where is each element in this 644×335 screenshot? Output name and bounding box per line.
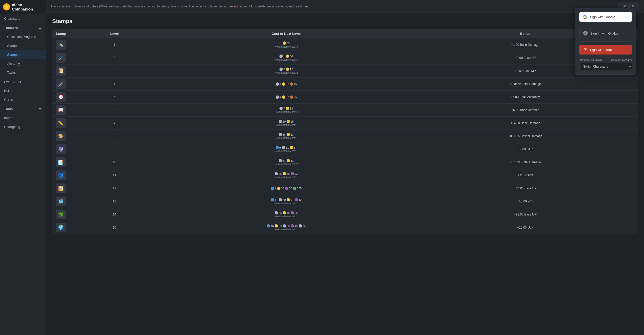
sidebar-item-changelog[interactable]: Changelog [0,122,46,131]
coin-icon [291,224,294,228]
sidebar-item-builds[interactable]: Builds [0,86,46,95]
stamp-bonus: +15.00 LUK [413,221,638,234]
stamp-cost: 49715 [160,78,413,91]
stamp-icon-cell: 📖 [52,104,70,117]
coin-icon [279,107,283,110]
stamp-level: 1 [70,38,160,51]
coin-icon [290,95,293,99]
next-material-cost: Next material cost: 1 [162,124,410,126]
sidebar-item-cards[interactable]: Cards [0,95,46,104]
next-material-cost: Next material cost: 4 [162,45,410,48]
table-row: 🎯549725+5.00 Base Accuracy [52,91,638,104]
cost-chip: 93 [291,172,298,175]
coin-amount: 2 [283,68,285,71]
next-material-cost: Next material cost: 2 [162,163,410,166]
stamp-level: 15 [70,221,160,234]
stamp-bonus: +11.00 AGI [413,169,638,182]
stamp-icon-cell: 🎨 [52,130,70,143]
cost-chip: 91 [287,198,293,201]
stamp-cost: 11209142Next material cost: 1 [160,195,413,208]
switch-characters-select[interactable]: Switch Characters [579,63,632,70]
account-level-text: Account Level: 0 [611,58,632,61]
sidebar-item-characters[interactable]: Characters [0,14,46,23]
coin-icon [287,120,290,123]
next-material-cost: Next material cost: 3 [162,58,410,61]
table-row: 🖌️2134Next material cost: 3+2.00 Base HP [52,51,638,64]
coin-icon [275,224,278,228]
table-row: 🎨88623Next material cost: 1+0.08 % Criti… [52,130,638,143]
sidebar-item-alchemy[interactable]: Alchemy [0,59,46,68]
app-logo-icon: 🌟 [4,5,9,9]
next-material-cost: Next material cost: 1 [162,202,410,205]
cost-chip: 67 [279,159,286,162]
content-area: Stamps Stamp Level Cost to Next Level Bo… [46,13,644,335]
stamp-bonus: +0.10 % Total Damage [413,156,638,169]
stamp-icon-cell: 🌿 [52,208,70,221]
stamp-level: 7 [70,117,160,130]
coin-amount: 20 [283,198,286,201]
coin-amount: 11 [286,146,289,149]
stamp-cost: 1659604534Next material cost: 1 [160,221,413,234]
sidebar-item-collection-progress[interactable]: Collection Progress [0,32,46,41]
signin-divider-1 [579,25,632,25]
sidebar-item-label: Alchemy [7,62,20,66]
sidebar-item-label: Stamps [7,53,18,57]
coin-icon [299,224,302,228]
sidebar-item-tasks[interactable]: Tasks [0,68,46,77]
stamp-icon-cell: 🗡️ [52,78,70,91]
stamp-bonus: +6.00 Base Defence [413,104,638,117]
stamp-icon-cell: 🖌️ [52,51,70,64]
coin-amount: 7 [283,107,285,110]
cost-chip: 83 [283,41,290,45]
coin-icon [285,187,288,190]
sidebar-item-label: Tasks [7,71,16,74]
stamp-bonus: +24.00 Base HP [413,182,638,195]
sidebar-item-stamps[interactable]: Stamps [0,50,46,59]
sidebar-item-statues[interactable]: Statues [0,41,46,50]
next-material-cost: Next material cost: 1 [162,137,410,139]
next-material-cost: Next material cost: 4 [162,111,410,113]
app-title: Ideon Companion [12,3,43,11]
coin-icon [267,224,270,228]
stamp-level: 3 [70,64,160,78]
coin-icon [290,82,293,86]
email-icon: ✉ [583,47,587,52]
stamps-table: Stamp Level Cost to Next Level Bonus ✒️1… [52,29,638,234]
sidebar-section-trackers[interactable]: Trackers ▲ [0,23,46,32]
coin-amount: 91 [290,198,293,201]
topbar: Track your stamp levels and bribes (WIP)… [46,0,644,13]
sidebar-item-import[interactable]: Import [0,113,46,122]
cost-chip: 15 [287,120,293,123]
coin-amount: 86 [283,133,286,136]
stamp-icon: 🎨 [56,131,66,141]
coin-icon [275,172,278,175]
coin-amount: 25 [294,95,297,99]
stamp-level: 5 [70,91,160,104]
stamp-level: 10 [70,156,160,169]
cost-chip: 18 [283,211,290,214]
table-row: 🔮991157Next material cost: 1+9.00 STR [52,143,638,156]
coin-icon [286,107,289,110]
coin-amount: 1 [275,187,276,190]
signin-github-button[interactable]: ◎ Sign in with GitHub [579,28,632,38]
signin-github-label: Sign in with GitHub [590,31,619,35]
cost-chip: 36 [275,211,281,214]
stamps-table-body: ✒️183Next material cost: 4+1.00 Base Dam… [52,38,638,234]
table-row: 📜3212Next material cost: 2+3.00 Base MP [52,64,638,78]
sidebar-item-label: Sweet Spot [4,80,21,84]
cost-chip: 11 [271,198,278,201]
stamp-icon-cell: 🔮 [52,143,70,156]
table-row: 📝106733Next material cost: 2+0.10 % Tota… [52,156,638,169]
coin-icon [283,224,286,228]
sidebar-logo: 🌟 [3,3,10,10]
coin-amount: 34 [302,224,306,228]
coin-icon [279,68,283,71]
next-material-cost: Next material cost: 2 [162,71,410,74]
sidebar-item-sweet-spot[interactable]: Sweet Spot [0,77,46,86]
signin-google-button[interactable]: Sign with Google [579,12,632,22]
signin-email-button[interactable]: ✉ Sign with email [579,45,632,55]
sidebar-section-tools[interactable]: Tools ▼ [0,104,46,113]
cost-chip: 4 [276,95,281,99]
stamp-bonus: +13.00 WIS [413,195,638,208]
next-material-cost: Next material cost: 1 [162,150,410,153]
